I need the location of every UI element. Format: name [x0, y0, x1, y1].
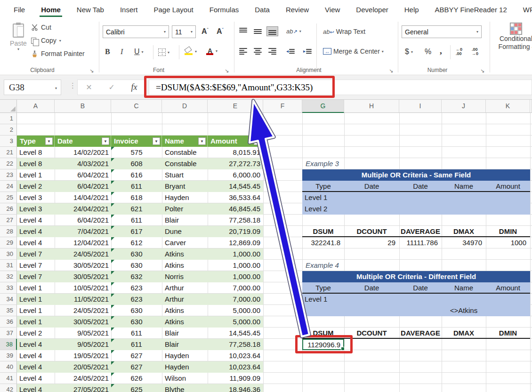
cell-amount[interactable]: 14,545.45 [208, 328, 263, 339]
row-header-25[interactable]: 25 [0, 192, 17, 203]
column-header-k[interactable]: K [486, 100, 530, 113]
cell-date[interactable]: 19/05/2021 [55, 350, 111, 361]
tab-formulas[interactable]: Formulas [202, 1, 247, 18]
tab-home[interactable]: Home [33, 1, 69, 18]
increase-indent-button[interactable]: ▸ [301, 46, 314, 56]
copy-button[interactable]: Copy ▾ [31, 37, 61, 44]
column-header-e[interactable]: E [208, 100, 263, 113]
cell-amount[interactable]: 77,258.18 [208, 215, 263, 226]
cell-date[interactable]: 6/04/2021 [55, 215, 111, 226]
name-box[interactable]: G38 ▾ [4, 80, 61, 95]
cell-amount[interactable]: 5,000.00 [208, 316, 263, 328]
cell-date[interactable]: 27/05/2021 [55, 384, 111, 392]
cell-name[interactable]: Hayden [162, 192, 208, 203]
format-painter-button[interactable]: Format Painter [31, 50, 85, 57]
row-header-23[interactable]: 23 [0, 169, 17, 181]
enter-icon[interactable]: ✓ [108, 83, 114, 92]
cell-name[interactable]: Bryant [162, 181, 208, 192]
align-center-button[interactable] [252, 46, 264, 56]
accounting-format-button[interactable]: $▾ [403, 46, 415, 57]
function-result[interactable]: 322241.8 [302, 237, 344, 248]
bold-button[interactable]: B [103, 46, 112, 57]
cell-date[interactable]: 9/05/2021 [55, 328, 111, 339]
insert-function-icon[interactable]: fx [131, 82, 137, 92]
decrease-indent-button[interactable]: ◂ [284, 46, 297, 56]
font-color-button[interactable]: A▾ [204, 46, 219, 56]
row-header-30[interactable]: 30 [0, 248, 17, 260]
criteria-value[interactable]: Level 2 [302, 203, 344, 214]
row-header-31[interactable]: 31 [0, 260, 17, 271]
cell-name[interactable]: Wilson [162, 373, 208, 384]
function-result[interactable]: 34970 [442, 237, 486, 248]
criteria-header[interactable]: Name [442, 181, 486, 192]
filter-dropdown-icon[interactable]: ▼ [45, 137, 53, 145]
row-header-26[interactable]: 26 [0, 203, 17, 215]
cell-type[interactable]: Level 1 [17, 282, 55, 294]
number-format-combo[interactable]: General▾ [402, 25, 482, 38]
cell-invoice[interactable]: 630 [111, 316, 162, 328]
criteria-row[interactable]: Level 2 [302, 203, 530, 215]
cell-type[interactable]: Level 7 [17, 271, 55, 282]
cell-type[interactable]: Level 3 [17, 203, 55, 215]
tab-help[interactable]: Help [396, 1, 427, 18]
cell-type[interactable]: Level 3 [17, 192, 55, 203]
function-result[interactable]: 11111.786 [399, 237, 442, 248]
cell-invoice[interactable]: 623 [111, 294, 162, 305]
tab-file[interactable]: File [6, 1, 33, 18]
increase-decimal-button[interactable]: ←0.00 [454, 46, 464, 57]
cell-name[interactable]: Dune [162, 226, 208, 237]
comma-style-button[interactable]: , [438, 44, 444, 57]
tab-data[interactable]: Data [247, 1, 278, 18]
tab-new-tab[interactable]: New Tab [69, 1, 112, 18]
percent-style-button[interactable]: % [423, 46, 433, 57]
cell-type[interactable]: Level 8 [17, 158, 55, 169]
cell-invoice[interactable]: 627 [111, 361, 162, 373]
cell-invoice[interactable]: 632 [111, 271, 162, 282]
cell-type[interactable]: Level 4 [17, 384, 55, 392]
tab-view[interactable]: View [317, 1, 348, 18]
align-left-button[interactable] [237, 46, 249, 56]
cell-amount[interactable]: 6,000.00 [208, 169, 263, 181]
cell-name[interactable]: Atkins [162, 316, 208, 328]
cell-invoice[interactable]: 617 [111, 226, 162, 237]
row-header-38[interactable]: 38 [0, 339, 17, 350]
cell-invoice[interactable]: 616 [111, 169, 162, 181]
cell-type[interactable]: Level 7 [17, 260, 55, 271]
filter-dropdown-icon[interactable]: ▼ [254, 137, 261, 145]
row-header-37[interactable]: 37 [0, 328, 17, 339]
cell-invoice[interactable]: 626 [111, 373, 162, 384]
row-header-1[interactable]: 1 [0, 113, 17, 124]
cell-amount[interactable]: 12,869.09 [208, 237, 263, 248]
align-middle-button[interactable] [252, 26, 264, 36]
criteria-header[interactable]: Date [399, 282, 442, 293]
cell-invoice[interactable]: 627 [111, 350, 162, 361]
cell-type[interactable]: Level 7 [17, 248, 55, 260]
cell-invoice[interactable]: 575 [111, 147, 162, 158]
filter-dropdown-icon[interactable]: ▼ [198, 137, 206, 145]
cell-amount[interactable]: 8,015.91 [208, 147, 263, 158]
cancel-icon[interactable]: ✕ [86, 83, 92, 92]
row-header-39[interactable]: 39 [0, 350, 17, 361]
criteria-header[interactable]: Type [302, 282, 344, 293]
criteria-header[interactable]: Date [344, 181, 399, 192]
cell-amount[interactable]: 14,545.45 [208, 181, 263, 192]
column-header-d[interactable]: D [162, 100, 208, 113]
active-cell-g38[interactable]: 1129096.9 [302, 339, 344, 350]
row-header-34[interactable]: 34 [0, 294, 17, 305]
cell-name[interactable]: Blair [162, 215, 208, 226]
cell-type[interactable]: Level 4 [17, 373, 55, 384]
function-result[interactable]: 29 [344, 237, 399, 248]
cell-date[interactable]: 20/05/2021 [55, 361, 111, 373]
criteria-header[interactable]: Amount [486, 282, 530, 293]
tab-wp[interactable]: WP [515, 1, 532, 18]
cell-date[interactable]: 4/03/2021 [55, 158, 111, 169]
cell-date[interactable]: 24/05/2021 [55, 373, 111, 384]
cell-name[interactable]: Atkins [162, 305, 208, 316]
criteria-value[interactable]: Level 1 [302, 294, 344, 304]
alignment-dialog-launcher-icon[interactable]: ↘ [389, 68, 393, 73]
fill-color-button[interactable]: ▾ [183, 46, 199, 56]
orientation-button[interactable]: ab↗▾ [284, 26, 303, 36]
cell-date[interactable]: 30/05/2021 [55, 271, 111, 282]
cell-type[interactable]: Level 1 [17, 316, 55, 328]
cell-name[interactable]: Constable [162, 147, 208, 158]
